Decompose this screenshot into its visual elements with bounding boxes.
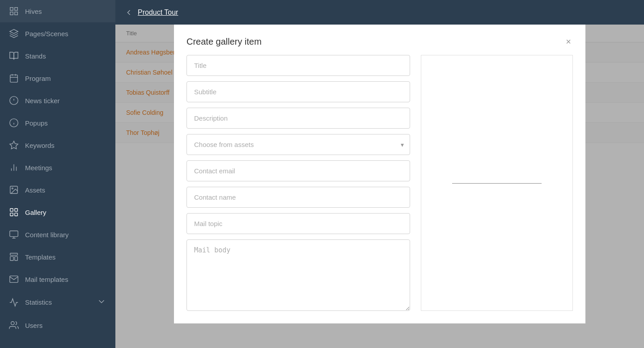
svg-rect-28 <box>10 256 13 260</box>
modal-overlay: Create gallery item × Choose from assets <box>115 25 644 348</box>
modal-close-button[interactable]: × <box>564 35 573 48</box>
modal-body: Choose from assets ▾ <box>174 55 585 323</box>
tag-icon <box>9 140 19 150</box>
calendar-icon <box>9 73 19 83</box>
mail-icon <box>9 274 19 284</box>
gallery-icon <box>9 207 19 217</box>
svg-rect-29 <box>15 256 17 260</box>
chevron-left-icon <box>124 8 133 17</box>
assets-select[interactable]: Choose from assets <box>186 134 410 155</box>
svg-rect-20 <box>10 209 13 211</box>
svg-marker-14 <box>10 141 18 149</box>
image-upload-panel[interactable] <box>421 55 573 311</box>
gallery-form: Choose from assets ▾ <box>186 55 410 311</box>
modal-title: Create gallery item <box>186 37 262 47</box>
sidebar-item-stands[interactable]: Stands <box>0 45 115 67</box>
alert-icon <box>9 96 19 105</box>
svg-rect-21 <box>15 209 17 211</box>
sidebar-label-program: Program <box>25 75 106 82</box>
sidebar-label-stands: Stands <box>25 52 106 60</box>
svg-point-30 <box>11 322 14 325</box>
linechart-icon <box>9 298 19 307</box>
chevron-down-icon <box>97 297 106 308</box>
contact-email-input[interactable] <box>186 160 410 181</box>
sidebar-item-assets[interactable]: Assets <box>0 179 115 201</box>
image-placeholder-line <box>452 183 542 184</box>
sidebar-item-news-ticker[interactable]: News ticker <box>0 89 115 112</box>
title-input[interactable] <box>186 55 410 76</box>
assets-select-wrapper: Choose from assets ▾ <box>186 134 410 155</box>
topbar: Product Tour <box>115 0 644 25</box>
sidebar-item-mail-templates[interactable]: Mail templates <box>0 268 115 290</box>
svg-rect-22 <box>10 213 13 216</box>
svg-rect-3 <box>15 12 17 15</box>
sidebar-label-mail-templates: Mail templates <box>25 276 106 283</box>
svg-point-19 <box>12 188 13 189</box>
svg-rect-24 <box>10 231 18 237</box>
sidebar-label-keywords: Keywords <box>25 142 106 149</box>
svg-rect-23 <box>15 213 17 216</box>
sidebar-item-meetings[interactable]: Meetings <box>0 156 115 179</box>
sidebar-label-statistics: Statistics <box>25 298 90 306</box>
sidebar-label-gallery: Gallery <box>25 209 106 216</box>
main-content: Product Tour Title Andreas Høgsberg Chri… <box>115 0 644 348</box>
mail-body-textarea[interactable] <box>186 239 410 311</box>
description-input[interactable] <box>186 108 410 129</box>
barchart-icon <box>9 163 19 172</box>
templates-icon <box>9 252 19 262</box>
back-button[interactable] <box>124 8 133 17</box>
sidebar-item-popups[interactable]: Popups <box>0 112 115 134</box>
sidebar-label-templates: Templates <box>25 253 106 261</box>
sidebar-item-pages[interactable]: Pages/Scenes <box>0 22 115 45</box>
sidebar-item-program[interactable]: Program <box>0 67 115 89</box>
svg-rect-0 <box>10 8 13 10</box>
info-icon <box>9 118 19 128</box>
modal-header: Create gallery item × <box>174 25 585 55</box>
sidebar-item-statistics[interactable]: Statistics <box>0 290 115 314</box>
sidebar-label-popups: Popups <box>25 119 106 127</box>
create-gallery-modal: Create gallery item × Choose from assets <box>174 25 585 323</box>
sidebar: Hives Pages/Scenes Stands Program News t… <box>0 0 115 348</box>
mail-topic-input[interactable] <box>186 213 410 234</box>
sidebar-label-assets: Assets <box>25 186 106 194</box>
sidebar-item-content-library[interactable]: Content library <box>0 223 115 246</box>
grid-icon <box>9 6 19 16</box>
contact-name-input[interactable] <box>186 187 410 208</box>
subtitle-input[interactable] <box>186 81 410 102</box>
sidebar-item-keywords[interactable]: Keywords <box>0 134 115 156</box>
topbar-title[interactable]: Product Tour <box>138 8 178 17</box>
svg-rect-1 <box>15 8 17 10</box>
content-icon <box>9 230 19 239</box>
book-icon <box>9 51 19 61</box>
sidebar-item-hives[interactable]: Hives <box>0 0 115 22</box>
sidebar-label-meetings: Meetings <box>25 164 106 172</box>
sidebar-label-hives: Hives <box>25 8 106 15</box>
sidebar-label-content-library: Content library <box>25 231 106 239</box>
sidebar-label-users: Users <box>25 322 106 329</box>
svg-rect-4 <box>10 75 18 83</box>
users-icon <box>9 320 19 330</box>
svg-rect-27 <box>10 253 18 256</box>
sidebar-label-pages: Pages/Scenes <box>25 30 106 38</box>
image-icon <box>9 185 19 195</box>
sidebar-item-gallery[interactable]: Gallery <box>0 201 115 223</box>
layers-icon <box>9 29 19 38</box>
content-area: Title Andreas Høgsberg Christian Søhoel … <box>115 25 644 348</box>
sidebar-item-users[interactable]: Users <box>0 314 115 336</box>
sidebar-label-news-ticker: News ticker <box>25 97 106 105</box>
svg-rect-2 <box>10 12 13 15</box>
sidebar-item-templates[interactable]: Templates <box>0 246 115 268</box>
